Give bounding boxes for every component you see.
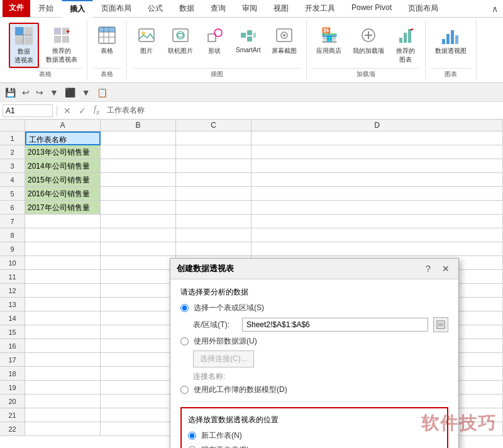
filter-icon[interactable]: ▼	[48, 86, 60, 99]
tab-file[interactable]: 文件	[3, 0, 30, 17]
pivot-chart-button[interactable]: 数据透视图	[431, 23, 471, 58]
cell-d7[interactable]	[252, 215, 503, 228]
table-range-select-button[interactable]	[433, 317, 448, 332]
cell-c6[interactable]	[176, 201, 252, 215]
undo-icon[interactable]: ↩	[21, 86, 31, 99]
cell-reference-input[interactable]	[3, 104, 53, 117]
dialog-row-radio2: 使用外部数据源(U)	[180, 336, 448, 347]
tab-home[interactable]: 开始	[30, 0, 62, 18]
dialog-row-radio3: 使用此工作簿的数据模型(D)	[180, 384, 448, 395]
cell-d2[interactable]	[252, 145, 503, 159]
tab-pagelayout[interactable]: 页面布局	[93, 0, 140, 18]
col-header-c: C	[176, 120, 252, 132]
cell-c3[interactable]	[176, 159, 252, 173]
cell-a2[interactable]: 2013年公司销售量	[25, 145, 101, 159]
svg-rect-6	[54, 28, 61, 35]
cell-c5[interactable]	[176, 187, 252, 201]
formula-cancel-icon[interactable]: ✕	[61, 106, 74, 116]
my-addins-button[interactable]: 我的加载项	[348, 23, 389, 58]
smartart-button[interactable]: SmartArt	[231, 23, 265, 56]
cell-a5[interactable]: 2016年公司销售量	[25, 187, 101, 201]
cell-d5[interactable]	[252, 187, 503, 201]
formula-function-icon[interactable]: fx	[91, 104, 102, 116]
cell-a10[interactable]	[25, 256, 101, 270]
cell-b6[interactable]	[101, 201, 176, 215]
cell-d4[interactable]	[252, 173, 503, 187]
cell-a1[interactable]: 工作表名称	[25, 132, 101, 145]
tab-power-pivot[interactable]: Power Pivot	[343, 0, 400, 18]
radio-select-table-label: 选择一个表或区域(S)	[194, 303, 264, 313]
cell-c9[interactable]	[176, 242, 252, 256]
pivot-table-button[interactable]: 数据透视表	[9, 23, 39, 68]
cell-b9[interactable]	[101, 242, 176, 256]
image-button[interactable]: 图片	[132, 23, 161, 58]
cell-a4[interactable]: 2015年公司销售量	[25, 173, 101, 187]
cell-b3[interactable]	[101, 159, 176, 173]
cell-a7[interactable]	[25, 215, 101, 228]
tab-query[interactable]: 查询	[202, 0, 234, 18]
redo-icon[interactable]: ↪	[35, 86, 45, 99]
cell-b11[interactable]	[101, 270, 176, 284]
screenshot-button[interactable]: 屏幕截图	[267, 23, 301, 58]
cell-a8[interactable]	[25, 228, 101, 242]
svg-rect-32	[399, 38, 402, 43]
radio-select-table[interactable]	[180, 304, 189, 312]
tab-formula[interactable]: 公式	[140, 0, 171, 18]
cell-b5[interactable]	[101, 187, 176, 201]
table-row: 2 2013年公司销售量	[0, 145, 503, 159]
radio-data-model[interactable]	[180, 386, 189, 394]
dialog-close-button[interactable]: ✕	[439, 262, 452, 275]
app-store-button[interactable]: 🏪 应用商店	[312, 23, 346, 58]
table-range-input[interactable]	[242, 318, 428, 332]
cell-d9[interactable]	[252, 242, 503, 256]
cell-a11[interactable]	[25, 270, 101, 284]
save-icon[interactable]: 💾	[4, 86, 17, 99]
table-button[interactable]: 表格	[92, 23, 121, 58]
cell-c8[interactable]	[176, 228, 252, 242]
tab-review[interactable]: 审阅	[234, 0, 265, 18]
expand-icon[interactable]: ▼	[80, 86, 92, 99]
recommended-chart-button[interactable]: 推荐的图表	[391, 23, 420, 67]
tab-pagelayout2[interactable]: 页面布局	[400, 0, 446, 18]
cell-b8[interactable]	[101, 228, 176, 242]
row-num-8: 8	[0, 228, 25, 242]
cell-a3[interactable]: 2014年公司销售量	[25, 159, 101, 173]
cell-a6[interactable]: 2017年公司销售量	[25, 201, 101, 215]
formula-confirm-icon[interactable]: ✓	[76, 106, 89, 116]
cell-b10[interactable]	[101, 256, 176, 270]
radio-new-sheet[interactable]	[188, 432, 196, 440]
tab-view[interactable]: 视图	[265, 0, 297, 18]
svg-rect-35	[442, 39, 445, 44]
cell-d1[interactable]	[252, 132, 503, 145]
cell-b4[interactable]	[101, 173, 176, 187]
tab-insert[interactable]: 插入	[62, 0, 93, 18]
cell-b7[interactable]	[101, 215, 176, 228]
cell-a9[interactable]	[25, 242, 101, 256]
recommended-pivot-button[interactable]: 推荐的数据透视表	[41, 23, 82, 67]
tab-dev[interactable]: 开发工具	[297, 0, 343, 18]
cell-c2[interactable]	[176, 145, 252, 159]
svg-rect-15	[99, 27, 115, 32]
row-num-header	[0, 120, 25, 132]
select-connection-button[interactable]: 选择连接(C)...	[193, 350, 254, 367]
cell-d3[interactable]	[252, 159, 503, 173]
tab-data[interactable]: 数据	[171, 0, 202, 18]
cell-c1[interactable]	[176, 132, 252, 145]
cell-d6[interactable]	[252, 201, 503, 215]
shape-button[interactable]: 形状	[200, 23, 229, 58]
cell-b1[interactable]	[101, 132, 176, 145]
cell-d8[interactable]	[252, 228, 503, 242]
online-image-button[interactable]: 联机图片	[163, 23, 197, 58]
cell-c7[interactable]	[176, 215, 252, 228]
cell-b2[interactable]	[101, 145, 176, 159]
square-icon[interactable]: ⬛	[64, 86, 77, 99]
clipboard-icon[interactable]: 📋	[96, 86, 109, 99]
table-row: 4 2015年公司销售量	[0, 173, 503, 187]
row-num-19: 19	[0, 381, 25, 395]
dialog-question-mark[interactable]: ?	[422, 262, 434, 275]
radio-external-source[interactable]	[180, 337, 189, 345]
ribbon-group-charts-buttons: 数据透视图	[431, 20, 471, 68]
ribbon-minimize-icon[interactable]: ∧	[492, 4, 498, 14]
cell-c4[interactable]	[176, 173, 252, 187]
svg-rect-34	[408, 29, 411, 43]
